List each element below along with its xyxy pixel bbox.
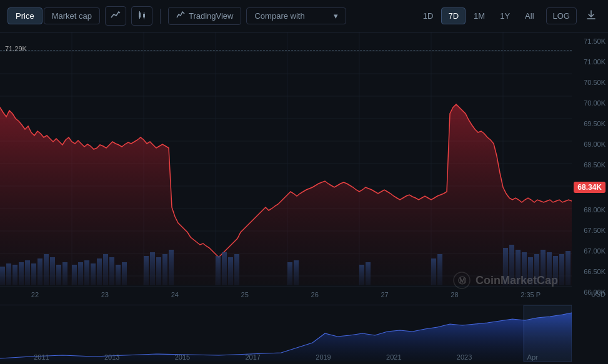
candle-chart-button[interactable] (131, 6, 152, 26)
svg-rect-41 (109, 257, 114, 285)
svg-rect-33 (56, 265, 61, 285)
mini-chart: 2011 2013 2015 2017 2019 2021 2023 Apr (0, 305, 572, 364)
svg-rect-32 (50, 257, 55, 285)
svg-rect-47 (162, 254, 167, 285)
mini-x-2019: 2019 (316, 353, 331, 361)
svg-rect-40 (103, 254, 108, 285)
main-price-chart (0, 32, 572, 301)
svg-rect-30 (37, 258, 42, 285)
svg-rect-34 (62, 262, 67, 285)
y-label-0: 71.50K (574, 37, 606, 45)
y-label-2: 70.50K (574, 79, 606, 86)
svg-rect-39 (97, 258, 102, 285)
tf-1m[interactable]: 1M (467, 7, 492, 24)
svg-rect-26 (12, 265, 17, 285)
svg-rect-58 (437, 254, 442, 285)
svg-rect-50 (222, 252, 227, 285)
log-button[interactable]: LOG (546, 7, 577, 24)
x-label-27: 27 (381, 291, 388, 298)
download-button[interactable] (582, 6, 601, 26)
candle-icon (137, 12, 147, 22)
svg-rect-28 (25, 260, 30, 285)
svg-rect-56 (366, 262, 371, 285)
svg-rect-29 (31, 263, 36, 285)
tradingview-label: TradingView (189, 11, 234, 21)
y-axis: 71.50K 71.00K 70.50K 70.00K 69.50K 69.00… (572, 32, 608, 301)
svg-rect-55 (359, 265, 364, 285)
svg-rect-31 (44, 254, 49, 285)
svg-rect-25 (6, 263, 11, 285)
tf-1d[interactable]: 1D (416, 7, 441, 24)
svg-rect-24 (0, 267, 5, 285)
y-label-3: 70.00K (574, 99, 606, 107)
svg-rect-53 (287, 262, 292, 285)
svg-rect-45 (150, 252, 155, 285)
svg-rect-51 (228, 257, 233, 285)
coinmarketcap-text: CoinMarketCap (476, 274, 558, 287)
svg-rect-57 (431, 258, 436, 285)
svg-rect-46 (156, 257, 161, 285)
svg-rect-43 (122, 262, 127, 285)
svg-rect-35 (72, 265, 77, 285)
x-label-24: 24 (171, 291, 179, 298)
x-label-22: 22 (31, 291, 39, 298)
coinmarketcap-watermark: Ⓜ CoinMarketCap (453, 272, 558, 289)
svg-rect-54 (294, 260, 299, 285)
svg-rect-38 (91, 263, 96, 285)
y-label-1: 71.00K (574, 58, 606, 66)
y-label-9: 67.50K (574, 227, 606, 234)
chart-container: 71.29K (0, 32, 608, 364)
tradingview-button[interactable]: TradingView (168, 7, 242, 25)
line-icon (111, 12, 121, 22)
cmc-logo-icon: Ⓜ (453, 272, 471, 289)
x-label-25: 25 (241, 291, 249, 298)
mini-x-apr: Apr (527, 353, 538, 361)
mini-x-2021: 2021 (386, 353, 401, 361)
svg-rect-3 (143, 14, 145, 17)
y-label-11: 66.50K (574, 268, 606, 275)
x-label-23: 23 (101, 291, 109, 298)
price-marketcap-group: Price Market cap (7, 7, 100, 24)
tf-7d[interactable]: 7D (441, 7, 466, 24)
compare-chevron-icon: ▾ (334, 11, 338, 21)
y-label-5: 69.00K (574, 140, 606, 148)
svg-rect-69 (566, 251, 571, 285)
svg-rect-37 (84, 260, 89, 285)
tradingview-icon (176, 11, 185, 21)
y-label-6: 68.50K (574, 161, 606, 169)
svg-rect-52 (234, 254, 239, 285)
timeframe-group: 1D 7D 1M 1Y All (416, 7, 541, 24)
compare-dropdown[interactable]: Compare with ▾ (246, 7, 346, 24)
market-cap-button[interactable]: Market cap (44, 7, 100, 24)
usd-label: USD (591, 287, 606, 302)
svg-rect-42 (116, 265, 121, 285)
y-label-8: 68.00K (574, 206, 606, 214)
mini-x-2023: 2023 (457, 353, 472, 361)
x-label-time: 2:35 P (521, 291, 541, 298)
compare-label: Compare with (254, 11, 304, 21)
svg-rect-48 (169, 250, 174, 285)
svg-rect-44 (144, 256, 149, 285)
mini-x-axis: 2011 2013 2015 2017 2019 2021 2023 Apr (0, 353, 572, 361)
mini-x-2013: 2013 (104, 353, 119, 361)
current-price-badge: 68.34K (574, 182, 606, 193)
svg-rect-49 (216, 256, 221, 285)
svg-rect-36 (78, 262, 83, 285)
line-chart-button[interactable] (105, 6, 126, 26)
svg-text:Ⓜ: Ⓜ (457, 276, 466, 285)
y-label-10: 67.00K (574, 247, 606, 255)
y-label-4: 69.50K (574, 120, 606, 127)
price-button[interactable]: Price (7, 7, 42, 24)
tf-1y[interactable]: 1Y (493, 7, 517, 24)
x-label-28: 28 (451, 291, 458, 298)
price-badge-row: 68.34K (574, 182, 606, 193)
tf-all[interactable]: All (518, 7, 541, 24)
svg-rect-68 (559, 254, 564, 285)
mini-x-2015: 2015 (175, 353, 190, 361)
mini-x-2011: 2011 (34, 353, 49, 361)
mini-x-2017: 2017 (245, 353, 260, 361)
svg-rect-27 (19, 262, 24, 285)
svg-rect-0 (139, 12, 141, 17)
toolbar: Price Market cap TradingView Compare wit… (0, 0, 608, 32)
x-label-26: 26 (311, 291, 319, 298)
